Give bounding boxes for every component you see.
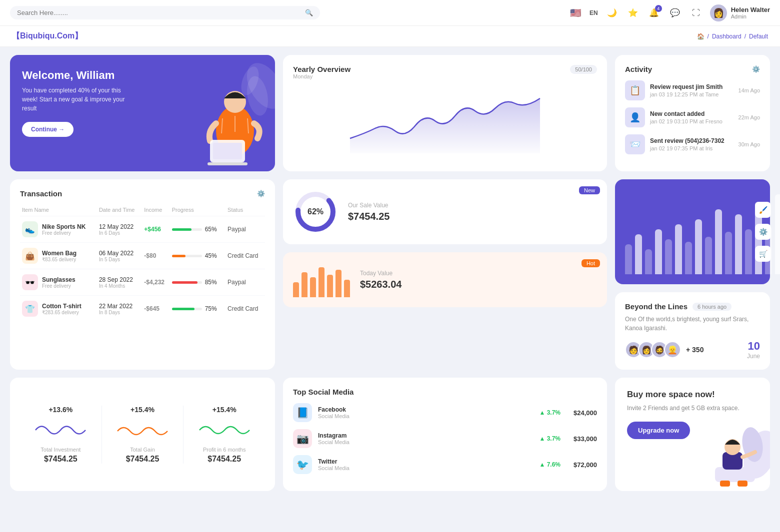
- buy-space-card: Buy more space now! Invite 2 Friends and…: [615, 378, 770, 491]
- today-bar: [327, 275, 333, 297]
- brush-icon[interactable]: 🖌️: [755, 202, 771, 218]
- social-val: $33,000: [574, 435, 597, 443]
- bell-icon[interactable]: 🔔 4: [647, 6, 661, 20]
- activity-thumb: 👤: [625, 107, 645, 127]
- chart-bar: [675, 224, 682, 274]
- today-bar: [336, 270, 342, 297]
- social-card: Top Social Media 📘 Facebook Social Media…: [283, 378, 607, 491]
- breadcrumb: 🏠 / Dashboard / Default: [697, 33, 768, 40]
- item-date: 22 Mar 2022 In 8 Days: [97, 296, 142, 322]
- welcome-card: Welcome, William You have completed 40% …: [10, 55, 275, 171]
- beyond-count: + 350: [686, 346, 704, 354]
- item-status: Credit Card: [226, 296, 265, 322]
- chart-bar: [655, 229, 662, 274]
- lang-label: EN: [590, 9, 598, 16]
- search-input[interactable]: [17, 9, 301, 16]
- user-role: Admin: [731, 13, 770, 19]
- hot-badge: Hot: [582, 259, 600, 267]
- home-icon[interactable]: 🏠: [697, 33, 704, 40]
- star-icon[interactable]: ⭐: [626, 6, 640, 20]
- beyond-card: Beyond the Lines 6 hours ago One Of the …: [615, 292, 770, 370]
- breadcrumb-default[interactable]: Default: [749, 33, 768, 40]
- item-name-info: Sunglasses Free delivery: [42, 276, 76, 289]
- item-name-info: Women Bag ₹83.65 delivery: [42, 250, 76, 262]
- wave-wrap: [184, 418, 265, 443]
- item-income: +$456: [142, 216, 170, 243]
- progress-pct: 65%: [205, 226, 217, 233]
- breadcrumb-bar: 【Biqubiqu.Com】 🏠 / Dashboard / Default: [0, 26, 780, 47]
- chart-bar: [715, 209, 722, 274]
- social-info: Facebook Social Media: [318, 406, 350, 419]
- bar-chart: [625, 194, 760, 274]
- continue-button[interactable]: Continue →: [22, 122, 74, 137]
- date-value: 06 May 2022: [99, 250, 140, 257]
- donut-chart: 62%: [293, 189, 338, 234]
- item-name: Nike Sports NK: [42, 223, 86, 230]
- mini-stat-label: Total Investment: [20, 447, 102, 453]
- item-progress: 45%: [170, 243, 226, 269]
- item-name-cell: 🕶️ Sunglasses Free delivery: [22, 274, 95, 290]
- mini-stat-value: $7454.25: [184, 455, 265, 464]
- activity-item-sub: jan 03 19 12:25 PM at Tame: [650, 91, 722, 97]
- today-bar: [318, 267, 324, 297]
- mini-stat: +15.4% Profit in 6 months $7454.25: [184, 406, 265, 464]
- moon-icon[interactable]: 🌙: [605, 6, 619, 20]
- transaction-settings-icon[interactable]: ⚙️: [257, 190, 265, 197]
- sale-col: New 62% Our Sale Value $7454.25 Hot Toda…: [283, 179, 607, 370]
- activity-item-time: 22m Ago: [738, 114, 760, 120]
- activity-item-sub: jan 02 19 07:35 PM at Iris: [650, 145, 724, 151]
- mini-stat-value: $7454.25: [102, 455, 184, 464]
- upgrade-button[interactable]: Upgrade now: [627, 422, 690, 439]
- settings-icon[interactable]: ⚙️: [755, 224, 771, 240]
- search-icon: 🔍: [305, 9, 313, 16]
- activity-item: 👤 New contact added jan 02 19 03:10 PM a…: [625, 107, 760, 127]
- social-sub: Social Media: [318, 465, 350, 471]
- days-value: In 5 Days: [99, 257, 140, 262]
- chart-beyond-col: 🖌️ ⚙️ 🛒 Beyond the Lines 6 hours ago One…: [615, 179, 770, 370]
- notification-badge: 4: [655, 5, 662, 12]
- wave-chart: [36, 420, 86, 440]
- svg-rect-7: [213, 143, 242, 159]
- item-icon: 👟: [22, 221, 38, 237]
- table-body: 👟 Nike Sports NK Free delivery 12 May 20…: [20, 216, 265, 322]
- item-income: -$4,232: [142, 269, 170, 296]
- user-info[interactable]: 👩 Helen Walter Admin: [710, 4, 770, 21]
- flag-icon[interactable]: 🇺🇸: [568, 6, 582, 20]
- date-value: 28 Sep 2022: [99, 276, 140, 283]
- chat-icon[interactable]: 💬: [668, 6, 682, 20]
- avatar: 👱: [664, 341, 681, 358]
- progress-fill: [172, 308, 194, 310]
- mini-stat-label: Total Gain: [102, 447, 184, 453]
- chart-icons: 🖌️ ⚙️ 🛒: [755, 202, 771, 262]
- search-bar[interactable]: 🔍: [10, 6, 320, 19]
- transaction-card: Transaction ⚙️ Item NameDate and TimeInc…: [10, 179, 275, 370]
- bar-chart-card: 🖌️ ⚙️ 🛒: [615, 179, 770, 284]
- breadcrumb-dashboard[interactable]: Dashboard: [712, 33, 742, 40]
- date-value: 12 May 2022: [99, 223, 140, 230]
- svg-rect-17: [738, 481, 748, 487]
- nav-icons: 🇺🇸 EN 🌙 ⭐ 🔔 4 💬 ⛶ 👩 Helen Walter Admin: [568, 4, 770, 21]
- cart-icon[interactable]: 🛒: [755, 246, 771, 262]
- item-progress: 85%: [170, 269, 226, 296]
- mini-stat-pct: +15.4%: [102, 406, 184, 414]
- activity-text: Sent review (504)236-7302 jan 02 19 07:3…: [650, 137, 724, 151]
- social-title: Top Social Media: [293, 388, 597, 396]
- item-name: Sunglasses: [42, 276, 76, 283]
- progress-bar: [172, 308, 202, 310]
- activity-text: Review request jim Smith jan 03 19 12:25…: [650, 83, 722, 97]
- progress-wrap: 45%: [172, 252, 224, 259]
- activity-item-sub: jan 02 19 03:10 PM at Fresno: [650, 118, 722, 124]
- item-income: -$645: [142, 296, 170, 322]
- progress-pct: 45%: [205, 252, 217, 259]
- today-bars: [293, 262, 350, 297]
- fullscreen-icon[interactable]: ⛶: [689, 6, 703, 20]
- days-value: In 6 Days: [99, 230, 140, 236]
- item-income: -$80: [142, 243, 170, 269]
- wave-wrap: [102, 418, 184, 443]
- progress-wrap: 65%: [172, 226, 224, 233]
- table-header-cell: Item Name: [20, 204, 97, 216]
- progress-pct: 85%: [205, 279, 217, 286]
- social-name: Facebook: [318, 406, 350, 413]
- activity-settings-icon[interactable]: ⚙️: [752, 65, 760, 73]
- item-status: Paypal: [226, 216, 265, 243]
